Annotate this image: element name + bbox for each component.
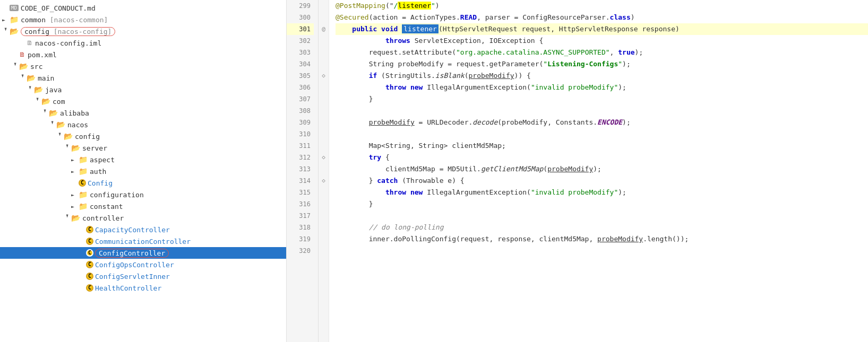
code-text: )) {	[514, 72, 531, 80]
class-icon: C	[86, 226, 93, 233]
line-num: 313	[287, 163, 314, 175]
folder-icon: 📂	[49, 109, 58, 117]
code-text: (	[543, 165, 547, 173]
method-call: decode	[472, 118, 497, 126]
tree-label: common [nacos-common]	[21, 16, 108, 24]
gutter-cell	[319, 163, 329, 175]
tree-item-com[interactable]: ► 📂 com	[0, 95, 286, 107]
line-num: 304	[287, 58, 314, 70]
arrow-placeholder	[12, 52, 19, 58]
code-text: {	[381, 153, 390, 161]
code-text: ,	[610, 48, 618, 56]
tree-label: config [nacos-config]	[21, 27, 115, 36]
arrow-main: ►	[20, 74, 26, 82]
tree-item-nacos[interactable]: ► 📂 nacos	[0, 119, 286, 130]
code-text: }	[369, 200, 373, 208]
tree-item-constant[interactable]: ► 📁 constant	[0, 200, 286, 212]
tree-item-pom[interactable]: 🗎 pom.xml	[0, 49, 286, 60]
annotation: @Secured	[336, 13, 369, 21]
code-text: .length());	[643, 235, 689, 243]
code-line-308	[336, 105, 868, 117]
string-val: "Listening-Configs"	[543, 60, 622, 68]
code-text: "	[431, 2, 435, 10]
iml-icon: 🗎	[27, 39, 33, 47]
code-text: )	[631, 13, 635, 21]
gutter-cell	[319, 58, 329, 70]
code-line-320	[336, 245, 868, 257]
tree-item-src[interactable]: ► 📂 src	[0, 60, 286, 72]
line-num: 306	[287, 82, 314, 93]
code-line-319: inner.doPollingConfig(request, response,…	[336, 233, 868, 245]
arrow-placeholder	[79, 227, 86, 233]
arrow-placeholder	[79, 285, 86, 291]
code-line-307: }	[336, 93, 868, 105]
code-line-316: }	[336, 198, 868, 210]
tree-label: pom.xml	[28, 51, 57, 59]
code-text: IllegalArgumentException(	[423, 188, 531, 196]
tree-item-ConfigController[interactable]: C ConfigController	[0, 247, 286, 259]
tree-item-code-of-conduct[interactable]: MD CODE_OF_CONDUCT.md	[0, 2, 286, 14]
tree-item-config-inner[interactable]: ► 📂 config	[0, 130, 286, 142]
arrow-constant: ►	[71, 204, 79, 209]
arrow-src: ►	[13, 63, 19, 70]
line-num: 303	[287, 47, 314, 58]
code-line-301: public void listener(HttpServletRequest …	[336, 23, 868, 35]
tree-label: alibaba	[60, 109, 89, 117]
line-numbers: 299 300 301 302 303 304 305 306 307 308 …	[287, 0, 319, 342]
method-highlight: listener	[402, 24, 439, 33]
var-ref: probeModify	[597, 235, 643, 243]
class-icon: C	[86, 273, 93, 280]
folder-icon: 📂	[34, 85, 43, 94]
code-text: (probeModify, Constants.	[497, 118, 597, 126]
tree-item-aspect[interactable]: ► 📁 aspect	[0, 154, 286, 165]
tree-label: Config	[88, 179, 113, 187]
code-text: , parser = ConfigResourceParser.	[477, 13, 609, 21]
arrow-java: ►	[28, 86, 33, 93]
tree-item-server[interactable]: ► 📂 server	[0, 142, 286, 154]
tree-item-alibaba[interactable]: ► 📂 alibaba	[0, 107, 286, 119]
tree-item-CapacityController[interactable]: C CapacityController	[0, 224, 286, 235]
tree-item-controller[interactable]: ► 📂 controller	[0, 212, 286, 224]
tree-item-Config-class[interactable]: C Config	[0, 177, 286, 189]
tree-item-iml[interactable]: 🗎 nacos-config.iml	[0, 37, 286, 49]
tree-item-main[interactable]: ► 📂 main	[0, 72, 286, 84]
code-content[interactable]: @PostMapping("/listener") @Secured(actio…	[329, 0, 868, 342]
tree-item-auth[interactable]: ► 📁 auth	[0, 165, 286, 177]
tree-item-ConfigOpsController[interactable]: C ConfigOpsController	[0, 259, 286, 270]
tree-item-config[interactable]: ► 📂 config [nacos-config]	[0, 25, 286, 37]
folder-icon: 📁	[79, 167, 88, 176]
code-line-312: try {	[336, 152, 868, 163]
tree-item-common[interactable]: ► 📁 common [nacos-common]	[0, 14, 286, 25]
class-icon: C	[86, 261, 93, 268]
tree-label: aspect	[90, 156, 115, 164]
var-ref: probeModify	[547, 165, 593, 173]
tree-label: ConfigOpsController	[95, 261, 174, 269]
code-line-303: request.setAttribute("org.apache.catalin…	[336, 47, 868, 58]
arrow-placeholder	[19, 40, 27, 46]
tree-label: com	[53, 98, 65, 106]
code-line-314: } catch (Throwable e) {	[336, 175, 868, 187]
code-line-305: if (StringUtils.isBlank(probeModify)) {	[336, 70, 868, 82]
tree-item-configuration[interactable]: ► 📁 configuration	[0, 189, 286, 200]
line-num: 305	[287, 70, 314, 82]
tree-label: HealthController	[95, 284, 161, 292]
arrow-configuration: ►	[71, 192, 79, 198]
code-text: IllegalArgumentException(	[423, 83, 531, 91]
arrow-placeholder	[79, 239, 86, 244]
tree-item-CommunicationController[interactable]: C CommunicationController	[0, 235, 286, 247]
code-text: }	[369, 95, 373, 103]
tree-label: constant	[90, 203, 123, 211]
folder-icon: 📁	[79, 202, 88, 211]
gutter-cell	[319, 35, 329, 47]
gutter-cell: @	[319, 23, 329, 35]
code-text: (action = ActionTypes.	[369, 13, 460, 21]
tree-item-java[interactable]: ► 📂 java	[0, 84, 286, 95]
folder-icon: 📁	[10, 15, 19, 24]
code-text: );	[618, 188, 626, 196]
arrow-placeholder	[79, 250, 86, 256]
method-call: getClientMd5Map	[481, 165, 543, 173]
tree-item-HealthController[interactable]: C HealthController	[0, 282, 286, 294]
code-text: (StringUtils.	[377, 72, 435, 80]
line-num: 319	[287, 233, 314, 245]
tree-item-ConfigServletInner[interactable]: C ConfigServletInner	[0, 270, 286, 282]
